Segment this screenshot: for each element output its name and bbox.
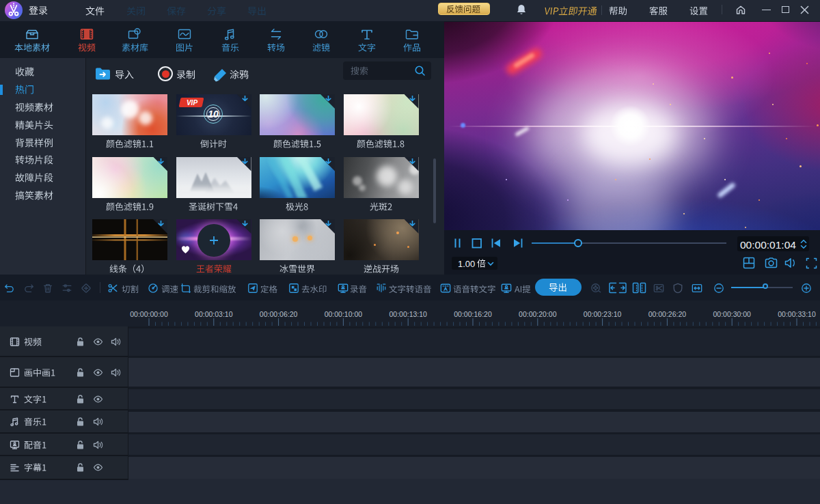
svg-text:00:00:06:20: 00:00:06:20 bbox=[260, 310, 298, 318]
svg-text:00:00:26:20: 00:00:26:20 bbox=[648, 310, 687, 318]
svg-text:00:00:13:10: 00:00:13:10 bbox=[389, 310, 427, 318]
svg-text:00:00:03:10: 00:00:03:10 bbox=[195, 310, 233, 318]
svg-text:00:00:23:10: 00:00:23:10 bbox=[584, 310, 622, 318]
svg-text:00:00:33:10: 00:00:33:10 bbox=[778, 310, 816, 318]
svg-text:VIP: VIP bbox=[186, 99, 197, 107]
svg-text:00:00:30:00: 00:00:30:00 bbox=[713, 310, 751, 318]
svg-text:00:00:00:00: 00:00:00:00 bbox=[130, 310, 168, 318]
svg-text:00:00:16:20: 00:00:16:20 bbox=[454, 310, 492, 318]
svg-text:10: 10 bbox=[208, 109, 219, 120]
svg-text:00:00:10:00: 00:00:10:00 bbox=[325, 310, 363, 318]
svg-text:00:00:20:00: 00:00:20:00 bbox=[519, 310, 557, 318]
